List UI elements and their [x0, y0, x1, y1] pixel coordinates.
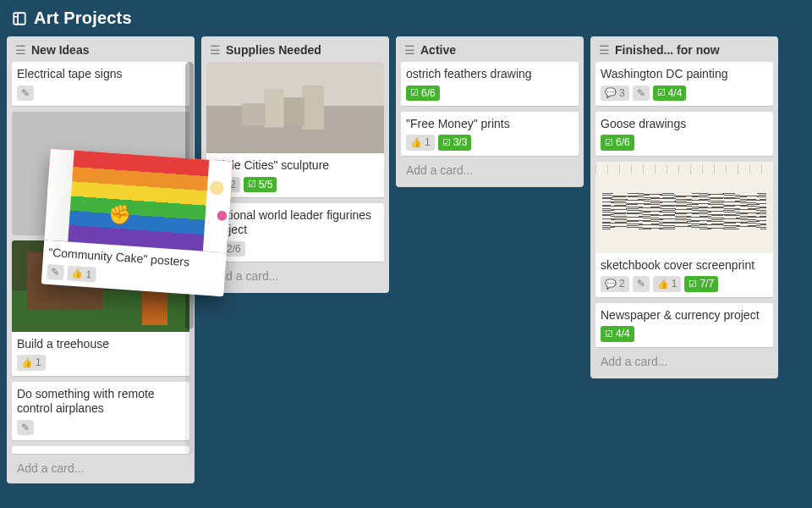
board-header: Art Projects	[0, 0, 812, 36]
thumbs-up-icon: 👍	[21, 357, 33, 368]
dragging-card[interactable]: "Community Cake" posters ✎ 👍1	[41, 149, 233, 297]
thumbs-up-icon: 👍	[657, 279, 669, 290]
list-header[interactable]: ☰ New Ideas	[12, 41, 189, 62]
list-menu-icon[interactable]: ☰	[404, 44, 415, 56]
comment-icon: 💬	[605, 279, 617, 290]
checklist-icon: ☑	[442, 137, 451, 148]
checklist-badge: ☑6/6	[406, 86, 440, 101]
checklist-icon: ☑	[410, 87, 419, 98]
list-title: Supplies Needed	[226, 43, 321, 57]
card[interactable]: Goose drawings ☑6/6	[595, 112, 773, 157]
card-title: ostrich feathers drawing	[406, 67, 573, 82]
card-title: "Free Money" prints	[406, 117, 573, 132]
checklist-icon: ☑	[605, 137, 613, 148]
checklist-icon: ☑	[657, 87, 666, 98]
checklist-badge: ☑4/4	[653, 86, 687, 101]
card-title: sketchbook cover screenprint	[601, 258, 768, 273]
checklist-badge: ☑6/6	[601, 135, 634, 150]
checklist-badge: ☑4/4	[601, 326, 634, 341]
lists-container: ☰ New Ideas Electrical tape signs ✎ Buil…	[0, 36, 812, 483]
list-header[interactable]: ☰ Supplies Needed	[206, 41, 384, 62]
list-menu-icon[interactable]: ☰	[210, 44, 221, 56]
card[interactable]: "Free Money" prints 👍1 ☑3/3	[401, 112, 579, 157]
svg-rect-0	[14, 13, 25, 25]
card[interactable]: Electrical tape signs ✎	[12, 62, 189, 107]
card-cover-image	[206, 62, 384, 153]
card-cover-image	[44, 149, 233, 253]
card[interactable]: Do something with remote control airplan…	[12, 382, 189, 441]
card-cover-image	[595, 162, 773, 253]
card-title: Washington DC painting	[601, 67, 768, 82]
grab-cursor-icon: ✊	[108, 204, 131, 226]
comments-badge: 💬2	[601, 276, 629, 291]
list-finished: ☰ Finished... for now Washington DC pain…	[590, 36, 778, 378]
comment-icon: 💬	[605, 87, 617, 98]
thumbs-up-icon: 👍	[71, 268, 84, 279]
edit-icon[interactable]: ✎	[47, 263, 64, 280]
votes-badge: 👍1	[406, 135, 435, 150]
checklist-icon: ☑	[689, 279, 697, 290]
votes-badge: 👍1	[653, 276, 682, 291]
card-title: Newspaper & currency project	[601, 308, 768, 323]
thumbs-up-icon: 👍	[410, 137, 422, 148]
card[interactable]: ostrich feathers drawing ☑6/6	[401, 62, 579, 107]
add-card-button[interactable]: Add a card...	[401, 157, 579, 185]
list-title: Active	[420, 43, 456, 57]
list-menu-icon[interactable]: ☰	[599, 44, 610, 56]
edit-icon[interactable]: ✎	[633, 86, 650, 101]
add-card-button[interactable]: Add a card...	[595, 348, 773, 377]
card[interactable]: Fictional world leader figurines project…	[206, 203, 384, 262]
card-title: "Little Cities" sculpture	[211, 158, 379, 174]
card[interactable]: Newspaper & currency project ☑4/4	[595, 303, 773, 348]
card-title: Electrical tape signs	[17, 67, 184, 82]
votes-badge: 👍1	[17, 355, 46, 370]
card-title: Build a treehouse	[17, 337, 184, 352]
board-icon	[12, 11, 27, 26]
edit-icon[interactable]: ✎	[17, 86, 34, 101]
card[interactable]: sketchbook cover screenprint 💬2 ✎ 👍1 ☑7/…	[595, 162, 773, 298]
card-title: Do something with remote control airplan…	[17, 387, 184, 417]
card-peek[interactable]	[12, 446, 189, 455]
edit-icon[interactable]: ✎	[633, 276, 650, 291]
card-title: Fictional world leader figurines project	[211, 208, 379, 238]
card[interactable]: Washington DC painting 💬3 ✎ ☑4/4	[595, 62, 773, 107]
checklist-badge: ☑3/3	[438, 135, 472, 150]
comments-badge: 💬3	[601, 86, 629, 101]
card[interactable]: "Little Cities" sculpture 👍2 ☑5/5	[206, 62, 384, 198]
checklist-badge: ☑5/5	[244, 177, 277, 192]
card-title: Goose drawings	[601, 117, 768, 132]
edit-icon[interactable]: ✎	[17, 420, 34, 435]
list-title: New Ideas	[31, 43, 89, 57]
list-active: ☰ Active ostrich feathers drawing ☑6/6 "…	[396, 36, 584, 187]
checklist-icon: ☑	[605, 329, 613, 340]
list-header[interactable]: ☰ Active	[401, 41, 579, 62]
votes-badge: 👍1	[67, 265, 96, 283]
list-header[interactable]: ☰ Finished... for now	[595, 41, 773, 62]
list-title: Finished... for now	[615, 43, 720, 57]
add-card-button[interactable]: Add a card...	[206, 262, 384, 291]
list-menu-icon[interactable]: ☰	[15, 44, 26, 56]
add-card-button[interactable]: Add a card...	[12, 455, 189, 483]
checklist-icon: ☑	[248, 179, 256, 190]
board-title[interactable]: Art Projects	[34, 8, 132, 28]
checklist-badge: ☑7/7	[684, 276, 718, 291]
